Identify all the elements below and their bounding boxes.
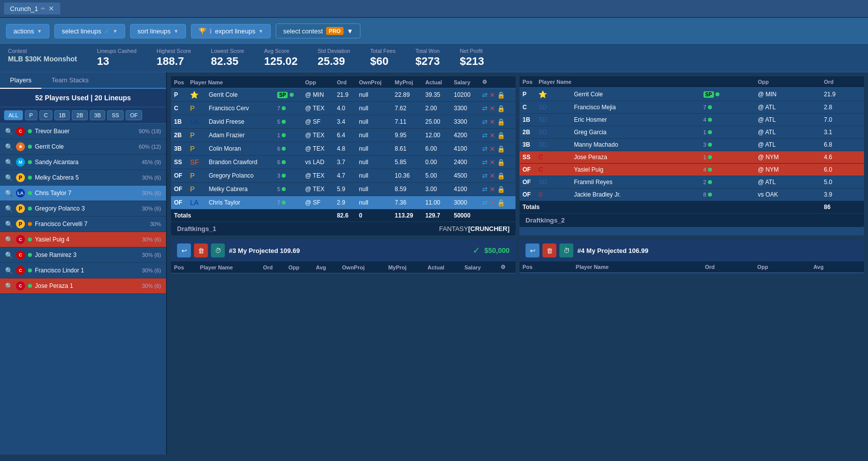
copy-button-4[interactable]: ↩ (525, 243, 539, 257)
list-item[interactable]: 🔍 ★ Gerrit Cole 60% (12) (0, 139, 166, 155)
delete-button-4[interactable]: 🗑 (542, 243, 556, 257)
salary: 10200 (451, 88, 479, 102)
col-opp: Opp (754, 261, 811, 273)
list-item[interactable]: 🔍 P Francisco Cervelli 7 30% (0, 217, 166, 232)
delete-icon[interactable]: ✕ (490, 159, 495, 166)
edit-icon[interactable]: ✏ (41, 5, 45, 12)
list-item[interactable]: 🔍 C Jose Peraza 1 30% (6) (0, 278, 166, 294)
filter-ss[interactable]: SS (107, 110, 124, 120)
swap-icon[interactable]: ⇄ (482, 91, 488, 99)
player-name: Melky Cabrera (206, 183, 274, 196)
export-icon: 🏆 (198, 27, 206, 35)
team-icon: SD (535, 126, 571, 139)
swap-icon[interactable]: ⇄ (482, 145, 488, 153)
opp: @ ATL (755, 101, 821, 114)
col-salary: Salary (461, 261, 498, 273)
swap-icon[interactable]: ⇄ (482, 159, 488, 166)
total-fees-label: Total Fees (370, 48, 395, 54)
close-icon[interactable]: ✕ (48, 4, 54, 12)
lineup-row-2: ↩ 🗑 ⏱ #3 My Projected 109.69 ✓ $50,000 P… (171, 239, 864, 273)
lock-icon[interactable]: 🔒 (497, 91, 505, 99)
lock-icon[interactable]: 🔒 (497, 159, 505, 166)
history-button[interactable]: ⏱ (211, 243, 225, 257)
crunch-tab[interactable]: Crunch_1 ✏ ✕ (4, 2, 60, 14)
list-item[interactable]: 🔍 C Francisco Lindor 1 30% (6) (0, 263, 166, 278)
delete-icon[interactable]: ✕ (490, 91, 495, 99)
list-item[interactable]: 🔍 M Sandy Alcantara 45% (9) (0, 155, 166, 170)
lowest-score-label: Lowest Score (211, 48, 244, 54)
delete-icon[interactable]: ✕ (490, 105, 495, 112)
filter-all[interactable]: ALL (4, 110, 23, 120)
delete-icon[interactable]: ✕ (490, 172, 495, 180)
swap-icon[interactable]: ⇄ (482, 172, 488, 180)
brand-logo: FANTASY[CRUNCHER] (439, 225, 510, 232)
player-pct: 30% (6) (142, 206, 161, 212)
total-fees-value: $60 (370, 55, 395, 68)
status-dot (28, 253, 32, 257)
col-pos: Pos (520, 261, 573, 273)
delete-icon[interactable]: ✕ (490, 132, 495, 139)
copy-button[interactable]: ↩ (177, 243, 191, 257)
filter-2b[interactable]: 2B (72, 110, 87, 120)
ord: 4.6 (821, 151, 864, 164)
ord: 3.7 (334, 156, 356, 169)
list-item[interactable]: 🔍 P Melky Cabrera 5 30% (6) (0, 170, 166, 186)
ord: 5.9 (334, 183, 356, 196)
salary: 3300 (451, 102, 479, 115)
select-lineups-button[interactable]: select lineups ✓ ▼ (54, 24, 125, 38)
col-pos: Pos (171, 261, 197, 273)
row-actions: ⇄ ✕ 🔒 (479, 88, 516, 102)
player-pct: 30% (150, 221, 161, 227)
swap-icon[interactable]: ⇄ (482, 186, 488, 193)
history-button-4[interactable]: ⏱ (559, 243, 573, 257)
team-icon: B (535, 189, 571, 201)
delete-icon[interactable]: ✕ (490, 145, 495, 153)
sort-lineups-button[interactable]: sort lineups ▼ (130, 24, 186, 38)
player-name: Trevor Bauer (35, 128, 136, 135)
select-contest-button[interactable]: select contest PRO ▼ (276, 23, 360, 38)
lock-icon[interactable]: 🔒 (497, 186, 505, 193)
delete-icon[interactable]: ✕ (490, 118, 495, 126)
export-lineups-button[interactable]: 🏆 ℹ export lineups ▼ (191, 24, 271, 38)
player-name: Jackie Bradley Jr. (571, 189, 700, 201)
list-item[interactable]: 🔍 C Yasiel Puig 4 30% (6) (0, 232, 166, 247)
lock-icon[interactable]: 🔒 (497, 105, 505, 112)
totals-label: Totals (171, 210, 334, 222)
swap-icon[interactable]: ⇄ (482, 118, 488, 126)
team-icon: P (187, 129, 206, 142)
lock-icon[interactable]: 🔒 (497, 172, 505, 180)
swap-icon[interactable]: ⇄ (482, 105, 488, 112)
lock-icon[interactable]: 🔒 (497, 132, 505, 139)
lock-icon[interactable]: 🔒 (497, 199, 505, 207)
net-profit-value: $213 (460, 55, 484, 68)
delete-icon[interactable]: ✕ (490, 199, 495, 207)
status-dot (28, 284, 32, 288)
delete-icon[interactable]: ✕ (490, 186, 495, 193)
list-item[interactable]: 🔍 C Trevor Bauer 90% (18) (0, 124, 166, 139)
swap-icon[interactable]: ⇄ (482, 199, 488, 207)
player-name: Manny Machado (571, 139, 700, 151)
col-myproj: MyProj (392, 76, 422, 88)
lock-icon[interactable]: 🔒 (497, 145, 505, 153)
player-type: SP (700, 88, 755, 101)
totals-actual: 129.7 (422, 210, 451, 222)
lock-icon[interactable]: 🔒 (497, 118, 505, 126)
totals-label: Totals (520, 201, 821, 214)
filter-3b[interactable]: 3B (90, 110, 105, 120)
contest-stat: Contest MLB $30K Moonshot (8, 48, 77, 63)
delete-button[interactable]: 🗑 (194, 243, 208, 257)
swap-icon[interactable]: ⇄ (482, 132, 488, 139)
filter-of[interactable]: OF (126, 110, 142, 120)
filter-1b[interactable]: 1B (54, 110, 70, 120)
tab-team-stacks[interactable]: Team Stacks (41, 72, 98, 88)
filter-c[interactable]: C (39, 110, 52, 120)
totals-row: Totals 86 (520, 201, 864, 214)
list-item[interactable]: 🔍 P Gregory Polanco 3 30% (6) (0, 201, 166, 217)
tab-players[interactable]: Players (0, 72, 41, 89)
list-item[interactable]: 🔍 LA Chris Taylor 7 30% (6) (0, 186, 166, 201)
list-item[interactable]: 🔍 C Jose Ramirez 3 30% (6) (0, 247, 166, 263)
actions-button[interactable]: actions ▼ (6, 24, 49, 38)
opp: @ NYM (755, 164, 821, 176)
filter-p[interactable]: P (25, 110, 37, 120)
ord: 6.0 (821, 164, 864, 176)
